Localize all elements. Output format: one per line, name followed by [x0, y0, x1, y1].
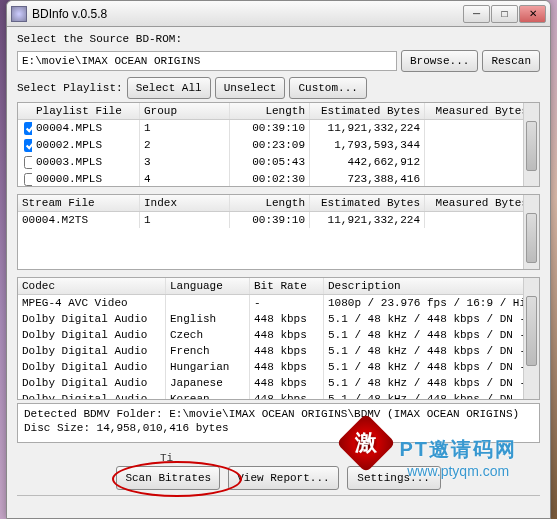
playlist-checkbox[interactable] [24, 156, 32, 169]
playlist-checkbox[interactable] [24, 173, 32, 186]
rescan-button[interactable]: Rescan [482, 50, 540, 72]
playlist-scrollbar[interactable] [523, 103, 539, 186]
col-meas2[interactable]: Measured Bytes [425, 195, 539, 211]
disc-size: Disc Size: 14,958,010,416 bytes [24, 421, 533, 436]
col-length2[interactable]: Length [230, 195, 310, 211]
scan-bitrates-button[interactable]: Scan Bitrates [116, 466, 220, 490]
minimize-button[interactable]: ─ [463, 5, 490, 23]
maximize-button[interactable]: □ [491, 5, 518, 23]
source-path-input[interactable] [17, 51, 397, 71]
table-row[interactable]: Dolby Digital AudioEnglish448 kbps5.1 / … [18, 311, 539, 327]
status-bar [17, 495, 540, 512]
col-bitrate[interactable]: Bit Rate [250, 278, 324, 294]
table-row[interactable]: MPEG-4 AVC Video-1080p / 23.976 fps / 16… [18, 295, 539, 311]
custom-button[interactable]: Custom... [289, 77, 366, 99]
table-row[interactable]: Dolby Digital AudioFrench448 kbps5.1 / 4… [18, 343, 539, 359]
stream-scrollbar[interactable] [523, 195, 539, 269]
codec-listbox[interactable]: Codec Language Bit Rate Description MPEG… [17, 277, 540, 400]
close-button[interactable]: ✕ [519, 5, 546, 23]
table-row[interactable]: Dolby Digital AudioJapanese448 kbps5.1 /… [18, 375, 539, 391]
select-all-button[interactable]: Select All [127, 77, 211, 99]
col-playlist-file[interactable]: Playlist File [32, 103, 140, 119]
view-report-button[interactable]: View Report... [228, 466, 338, 490]
col-stream-file[interactable]: Stream File [18, 195, 140, 211]
table-row[interactable]: Dolby Digital AudioHungarian448 kbps5.1 … [18, 359, 539, 375]
browse-button[interactable]: Browse... [401, 50, 478, 72]
window-title: BDInfo v.0.5.8 [32, 7, 462, 21]
settings-button[interactable]: Settings... [347, 466, 441, 490]
col-index[interactable]: Index [140, 195, 230, 211]
table-row[interactable]: 00003.MPLS300:05:43442,662,912- [18, 154, 539, 171]
app-icon [11, 6, 27, 22]
col-language[interactable]: Language [166, 278, 250, 294]
playlist-listbox[interactable]: Playlist File Group Length Estimated Byt… [17, 102, 540, 187]
table-row[interactable]: 00000.MPLS400:02:30723,388,416 [18, 171, 539, 187]
col-group[interactable]: Group [140, 103, 230, 119]
playlist-checkbox[interactable] [24, 122, 32, 135]
table-row[interactable]: Dolby Digital AudioKorean448 kbps5.1 / 4… [18, 391, 539, 400]
unselect-button[interactable]: Unselect [215, 77, 286, 99]
col-codec[interactable]: Codec [18, 278, 166, 294]
time-remaining-partial: Ti [160, 452, 173, 464]
source-label: Select the Source BD-ROM: [17, 33, 540, 45]
codec-scrollbar[interactable] [523, 278, 539, 399]
col-est2[interactable]: Estimated Bytes [310, 195, 425, 211]
table-row[interactable]: 00002.MPLS200:23:091,793,593,344- [18, 137, 539, 154]
titlebar[interactable]: BDInfo v.0.5.8 ─ □ ✕ [7, 1, 550, 27]
detected-folder: Detected BDMV Folder: E:\movie\IMAX OCEA… [24, 407, 533, 422]
playlist-select-label: Select Playlist: [17, 82, 123, 94]
app-window: BDInfo v.0.5.8 ─ □ ✕ Select the Source B… [6, 0, 551, 519]
col-length[interactable]: Length [230, 103, 310, 119]
detected-info-box: Detected BDMV Folder: E:\movie\IMAX OCEA… [17, 403, 540, 443]
stream-listbox[interactable]: Stream File Index Length Estimated Bytes… [17, 194, 540, 270]
col-description[interactable]: Description [324, 278, 539, 294]
table-row[interactable]: 00004.M2TS100:39:1011,921,332,224- [18, 212, 539, 228]
table-row[interactable]: Dolby Digital AudioCzech448 kbps5.1 / 48… [18, 327, 539, 343]
table-row[interactable]: 00004.MPLS100:39:1011,921,332,224- [18, 120, 539, 137]
col-est-bytes[interactable]: Estimated Bytes [310, 103, 425, 119]
playlist-checkbox[interactable] [24, 139, 32, 152]
col-meas-bytes[interactable]: Measured Bytes [425, 103, 539, 119]
